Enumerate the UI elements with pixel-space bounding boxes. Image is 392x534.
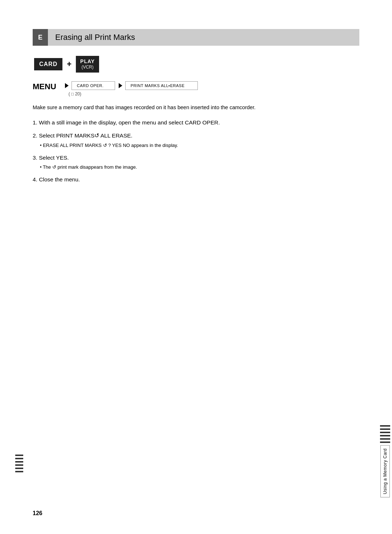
- right-line-5: [380, 438, 390, 440]
- step-3-sub-1: • The ↺ print mark disappears from the i…: [40, 164, 359, 171]
- step-1-text: 1. With a still image in the display, op…: [33, 118, 359, 127]
- step-2-sub-1-text: • ERASE ALL PRINT MARKS ↺ ? YES NO appea…: [40, 142, 178, 149]
- side-label-text: Using a Memory Card: [380, 445, 390, 497]
- left-side-decoration: [15, 455, 23, 472]
- right-line-3: [380, 432, 390, 433]
- step-3-subs: • The ↺ print mark disappears from the i…: [40, 164, 359, 171]
- left-line-6: [15, 471, 23, 472]
- play-label: PLAY: [80, 58, 95, 65]
- left-line-1: [15, 455, 23, 456]
- section-letter: E: [38, 34, 42, 41]
- step-2: 2. Select PRINT MARKS↺ ALL ERASE. • ERAS…: [33, 131, 359, 149]
- right-side-label: Using a Memory Card: [378, 425, 392, 505]
- step-4-text: 4. Close the menu.: [33, 175, 359, 184]
- page-number: 126: [33, 510, 42, 517]
- page-container: E Erasing all Print Marks CARD + PLAY (V…: [0, 0, 392, 534]
- button-row: CARD + PLAY (VCR): [34, 56, 359, 73]
- play-vcr-button: PLAY (VCR): [76, 56, 99, 73]
- menu-flow: CARD OPER. PRINT MARKS ALL▪ERASE: [62, 81, 198, 90]
- card-button: CARD: [34, 58, 62, 70]
- menu-ref: ( □ 20): [69, 91, 198, 96]
- step-4: 4. Close the menu.: [33, 175, 359, 184]
- step-3-number: 3.: [33, 155, 37, 161]
- step-1-number: 1.: [33, 119, 37, 126]
- right-line-1: [380, 425, 390, 427]
- left-line-2: [15, 458, 23, 459]
- menu-arrow-1: [65, 83, 69, 88]
- step-3-sub-1-text: • The ↺ print mark disappears from the i…: [40, 164, 137, 171]
- right-line-4: [380, 435, 390, 436]
- step-2-subs: • ERASE ALL PRINT MARKS ↺ ? YES NO appea…: [40, 142, 359, 149]
- menu-label: MENU: [33, 82, 56, 91]
- left-line-3: [15, 461, 23, 463]
- header-title-box: Erasing all Print Marks: [48, 29, 359, 46]
- step-3-text: 3. Select YES.: [33, 153, 359, 163]
- header-bar: E Erasing all Print Marks: [33, 29, 359, 46]
- left-line-4: [15, 464, 23, 466]
- menu-arrow-2: [119, 83, 122, 88]
- section-letter-box: E: [33, 29, 48, 46]
- menu-box-card-oper: CARD OPER.: [72, 81, 115, 90]
- step-1-content: With a still image in the display, open …: [39, 119, 220, 126]
- step-2-sub-1: • ERASE ALL PRINT MARKS ↺ ? YES NO appea…: [40, 142, 359, 149]
- left-line-5: [15, 468, 23, 469]
- right-line-2: [380, 428, 390, 430]
- steps-section: 1. With a still image in the display, op…: [33, 118, 359, 184]
- step-2-text: 2. Select PRINT MARKS↺ ALL ERASE.: [33, 131, 359, 140]
- page-title: Erasing all Print Marks: [55, 33, 135, 42]
- step-1: 1. With a still image in the display, op…: [33, 118, 359, 127]
- plus-sign: +: [67, 59, 72, 69]
- menu-box-print-marks: PRINT MARKS ALL▪ERASE: [125, 81, 198, 90]
- step-4-number: 4.: [33, 176, 37, 182]
- step-2-content: Select PRINT MARKS↺ ALL ERASE.: [39, 132, 132, 139]
- step-4-content: Close the menu.: [39, 176, 80, 182]
- menu-row: MENU CARD OPER. PRINT MARKS ALL▪ERASE ( …: [33, 81, 359, 96]
- right-side-lines: [380, 425, 390, 443]
- vcr-label: (VCR): [81, 65, 93, 70]
- step-2-number: 2.: [33, 132, 37, 139]
- intro-text: Make sure a memory card that has images …: [33, 104, 359, 112]
- right-line-6: [380, 441, 390, 443]
- step-3-content: Select YES.: [39, 155, 69, 161]
- step-3: 3. Select YES. • The ↺ print mark disapp…: [33, 153, 359, 171]
